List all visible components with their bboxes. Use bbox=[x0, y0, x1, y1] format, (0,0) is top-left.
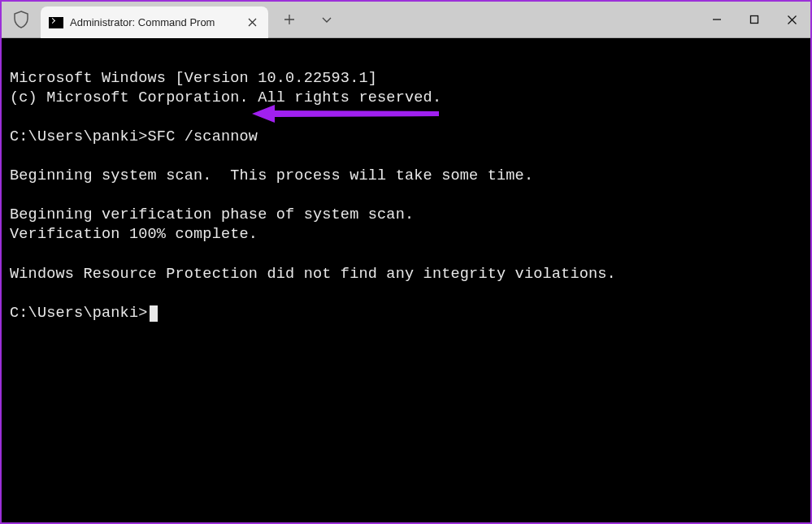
output-line: Microsoft Windows [Version 10.0.22593.1] bbox=[10, 70, 377, 87]
prompt-command: SFC /scannow bbox=[148, 128, 258, 145]
terminal-output[interactable]: Microsoft Windows [Version 10.0.22593.1]… bbox=[2, 38, 810, 522]
active-tab[interactable]: Administrator: Command Prom bbox=[41, 6, 268, 38]
close-icon bbox=[787, 15, 797, 25]
cmd-icon bbox=[49, 17, 63, 28]
plus-icon bbox=[284, 14, 295, 25]
maximize-button[interactable] bbox=[736, 2, 773, 37]
output-line: Beginning verification phase of system s… bbox=[10, 206, 414, 223]
new-tab-button[interactable] bbox=[278, 8, 301, 31]
output-line: Verification 100% complete. bbox=[10, 226, 258, 243]
output-line: Beginning system scan. This process will… bbox=[10, 167, 533, 184]
output-line: (c) Microsoft Corporation. All rights re… bbox=[10, 89, 441, 106]
tab-dropdown-button[interactable] bbox=[315, 8, 338, 31]
titlebar: Administrator: Command Prom bbox=[2, 2, 810, 38]
tab-actions bbox=[268, 2, 338, 37]
terminal-cursor bbox=[150, 305, 158, 322]
shield-region bbox=[2, 2, 41, 37]
titlebar-drag-region[interactable] bbox=[338, 2, 698, 37]
close-window-button[interactable] bbox=[773, 2, 810, 37]
chevron-down-icon bbox=[321, 16, 332, 24]
tab-title: Administrator: Command Prom bbox=[70, 16, 237, 28]
output-line: Windows Resource Protection did not find… bbox=[10, 266, 616, 283]
close-icon bbox=[248, 18, 257, 27]
minimize-icon bbox=[712, 15, 722, 24]
maximize-icon bbox=[749, 15, 759, 24]
svg-rect-0 bbox=[751, 16, 758, 24]
prompt-prefix: C:\Users\panki> bbox=[10, 128, 148, 145]
svg-marker-1 bbox=[252, 105, 439, 123]
window-controls bbox=[698, 2, 810, 37]
minimize-button[interactable] bbox=[698, 2, 736, 37]
shield-icon bbox=[13, 11, 29, 28]
prompt-prefix: C:\Users\panki> bbox=[10, 305, 148, 322]
tab-close-button[interactable] bbox=[244, 15, 260, 31]
